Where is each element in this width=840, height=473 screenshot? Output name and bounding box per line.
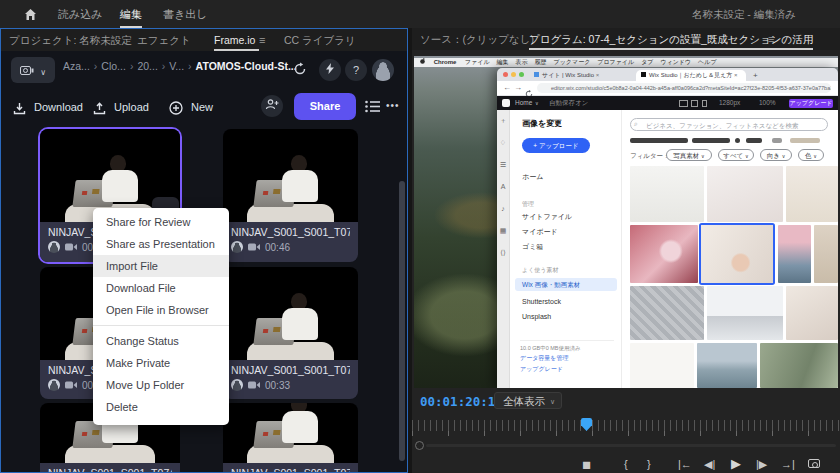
list-view-icon[interactable] [365, 99, 380, 117]
scrollbar-endcap[interactable] [415, 441, 424, 450]
wix-filter-type: 写真素材 ∨ [666, 149, 712, 161]
menu-item-share-as-presentation[interactable]: Share as Presentation [93, 233, 229, 255]
tab-cc-libraries[interactable]: CC ライブラリ [284, 29, 356, 51]
uploader-avatar [48, 379, 60, 391]
program-monitor-video: Chrome ファイル編集表示履歴ブックマークプロファイルタブウィンドウヘルプ … [414, 56, 838, 388]
stock-photo-cherry-blossom [630, 225, 698, 283]
browser-toolbar: ← → editor.wix.com/studio/c5e0b8a2-0a04-… [497, 81, 838, 96]
uploader-avatar [231, 379, 243, 391]
playhead-timecode[interactable]: 00:01:20:14 [420, 394, 503, 409]
tab-project[interactable]: プロジェクト: 名称未設定 [9, 29, 132, 51]
close-icon: × [596, 72, 600, 78]
menu-item-open-file-in-browser[interactable]: Open File in Browser [93, 299, 229, 321]
menu-item-share-for-review[interactable]: Share for Review [93, 211, 229, 233]
wix-nav-unsplash: Unsplash [522, 313, 551, 320]
wix-nav-wix-media: Wix 画像・動画素材 [515, 278, 617, 291]
export-frame-button[interactable] [808, 459, 820, 468]
mac-zoom-icon [519, 72, 524, 77]
wix-tool-rail: ＋♢☰A♪▦⟨⟩ [497, 110, 510, 388]
download-button[interactable]: Download [13, 95, 83, 119]
menu-item-delete[interactable]: Delete [93, 396, 229, 418]
wix-nav-site-files: サイトファイル [522, 212, 572, 222]
wix-logo [502, 99, 510, 107]
help-icon[interactable]: ? [345, 59, 367, 81]
tab-frameio[interactable]: Frame.io [214, 29, 259, 51]
chevron-right-icon: › [162, 60, 166, 72]
more-options-icon[interactable]: ••• [386, 100, 400, 111]
panel-menu-icon[interactable]: ≡ [259, 34, 265, 46]
wix-search-input: ビジネス、ファッション、フィットネスなどを検索 [630, 118, 828, 131]
share-button[interactable]: Share [294, 93, 356, 120]
chevron-right-icon: › [130, 60, 134, 72]
wix-upgrade-button: アップグレード [789, 99, 833, 108]
clip-card[interactable]: NINJAV_S001_S001_T075... 00:33 [223, 267, 358, 399]
wix-section-manage: 管理 [522, 200, 534, 209]
stock-photo-gallery [630, 166, 704, 222]
stock-photo-lake [778, 225, 811, 283]
wix-section-sources: よく使う素材 [522, 266, 558, 275]
horizontal-scrollbar[interactable] [426, 444, 836, 447]
browser-tab-active: Wix Studio｜おためし＆見え方 × [636, 70, 746, 81]
video-camera-icon [248, 243, 260, 251]
stock-photo-white [630, 343, 694, 388]
go-to-out-button[interactable]: →| [781, 456, 795, 472]
tab-export[interactable]: 書き出し [163, 0, 208, 28]
panel-menu-icon[interactable]: ≡ [768, 33, 774, 45]
play-button[interactable]: ▶ [731, 456, 741, 472]
wix-upload-button: + アップロード [522, 138, 590, 153]
menu-item-move-up-folder[interactable]: Move Up Folder [93, 374, 229, 396]
new-button[interactable]: New [169, 95, 213, 119]
menu-item-import-file[interactable]: Import File [93, 255, 229, 277]
wix-media-sidebar: 画像を変更 + アップロード ホーム 管理 サイトファイル マイボード ゴミ箱 … [510, 110, 622, 388]
tab-effects[interactable]: エフェクト [137, 29, 191, 51]
wix-favicon [641, 72, 646, 77]
macos-menu-bar: Chrome ファイル編集表示履歴ブックマークプロファイルタブウィンドウヘルプ [414, 58, 838, 67]
tab-import[interactable]: 読み込み [58, 0, 103, 28]
mark-in-button[interactable]: { [624, 456, 628, 472]
mark-out-button[interactable]: } [647, 456, 651, 472]
chevron-down-icon: ∨ [40, 68, 46, 77]
menu-divider [93, 325, 229, 326]
wix-filter-label: フィルター： [630, 150, 670, 162]
timeline-ruler-ticks [412, 420, 840, 431]
chevron-right-icon: › [94, 60, 98, 72]
chevron-right-icon: › [188, 60, 192, 72]
monitor-panel-group: ソース：(クリップなし) プログラム: 07-4_セクションの設置_既成セクショ… [412, 28, 840, 473]
camera-to-cloud-icon[interactable] [319, 59, 341, 81]
refresh-icon[interactable] [293, 62, 307, 80]
address-bar: editor.wix.com/studio/c5e0b8a2-0a04-442b… [537, 83, 831, 93]
step-forward-button[interactable]: |▶ [756, 456, 767, 472]
add-marker-button[interactable]: ◼ [582, 456, 591, 472]
menu-item-make-private[interactable]: Make Private [93, 352, 229, 374]
clip-thumbnail [223, 403, 358, 463]
tab-edit[interactable]: 編集 [120, 0, 142, 28]
project-switcher-button[interactable]: ∨ [11, 57, 55, 83]
tab-source-monitor[interactable]: ソース：(クリップなし) [420, 28, 534, 50]
home-icon[interactable] [24, 7, 37, 25]
go-to-in-button[interactable]: |← [678, 456, 692, 472]
clip-card[interactable]: NINJAV_S001_S001_T077... 00:46 [223, 129, 358, 262]
monitor-tabbar: ソース：(クリップなし) プログラム: 07-4_セクションの設置_既成セクショ… [412, 28, 840, 50]
wix-filter-all: すべて ∨ [718, 149, 754, 161]
menu-item-change-status[interactable]: Change Status [93, 330, 229, 352]
new-tab-icon: + [753, 70, 758, 81]
breadcrumb[interactable]: Aza...›Clo...›20...›V...›ATOMOS-Cloud-St… [63, 60, 297, 72]
vertical-scrollbar[interactable] [399, 181, 405, 461]
wix-filter-orientation: 向き ∨ [760, 149, 792, 161]
video-camera-icon [65, 243, 77, 251]
wix-autosave-status: 自動保存オン [549, 96, 588, 110]
clip-thumbnail [223, 267, 358, 360]
wix-manage-storage-link: データ容量を管理 [520, 354, 568, 363]
step-back-button[interactable]: ◀| [704, 456, 715, 472]
stock-photo-interior [707, 166, 783, 222]
stock-photo-floor-aerial [630, 286, 704, 340]
account-avatar[interactable] [372, 59, 394, 81]
upload-button[interactable]: Upload [93, 95, 149, 119]
stock-photo-bridge [707, 286, 783, 340]
wix-editor-topbar: Home ∨ 自動保存オン 1280px 100% アップグレード [497, 96, 838, 110]
add-collaborator-icon[interactable] [261, 95, 283, 117]
zoom-level-select[interactable]: 全体表示 ∨ [494, 392, 562, 409]
clip-card[interactable]: NINJAV_S001_S001_T073... [223, 403, 358, 472]
wix-home-menu: Home [515, 96, 532, 110]
menu-item-download-file[interactable]: Download File [93, 277, 229, 299]
